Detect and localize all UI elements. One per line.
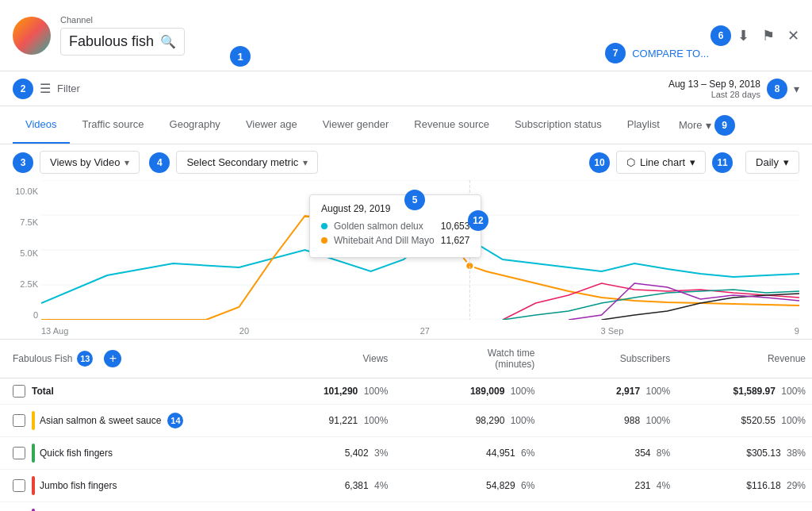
row-total-revenue: $1,589.97 100% (676, 378, 812, 405)
flag-icon[interactable]: ⚑ (762, 27, 775, 44)
primary-metric-dropdown[interactable]: Views by Video ▾ (40, 151, 140, 174)
table-header-row: Fabulous Fish 13 + Views Watch time(minu… (0, 340, 812, 378)
tab-viewer-gender[interactable]: Viewer gender (310, 106, 402, 144)
secondary-metric-label: Select Secondary metric (186, 156, 298, 168)
row-3-name: Jumbo fish fingers (0, 470, 270, 502)
annotation-1: 1 (230, 46, 251, 67)
tabs-more[interactable]: More ▾ 9 (672, 106, 741, 144)
annotation-8: 8 (767, 79, 787, 99)
x-label-4: 3 Sep (601, 326, 624, 336)
primary-metric-label: Views by Video (50, 156, 120, 168)
x-label-3: 27 (420, 326, 430, 336)
x-label-2: 20 (239, 326, 249, 336)
y-label-1: 10.0K (3, 186, 38, 196)
annotation-11: 11 (712, 152, 733, 173)
row-2-views: 5,402 3% (270, 437, 395, 470)
row-4-subs: 544 4% (541, 502, 676, 512)
primary-metric-arrow: ▾ (124, 157, 129, 168)
channel-info: Channel Fabulous fish 🔍 (60, 15, 185, 56)
y-label-2: 7.5K (3, 217, 38, 227)
tooltip-row-2: Whitebait And Dill Mayo 11,627 (321, 235, 469, 246)
annotation-5: 5 (404, 190, 425, 210)
filter-bar: 2 ☰ Filter Aug 13 – Sep 9, 2018 Last 28 … (0, 71, 812, 106)
x-label-1: 13 Aug (41, 326, 68, 336)
channel-name: Fabulous fish (69, 33, 154, 50)
tab-playlist[interactable]: Playlist (615, 106, 672, 144)
table-row-total: Total 101,290 100% 189,009 100% 2,917 10… (0, 378, 812, 405)
tabs: Videos Traffic source Geography Viewer a… (0, 106, 812, 144)
close-icon[interactable]: ✕ (787, 27, 799, 44)
annotation-12-wrapper: 12 (468, 210, 488, 231)
tooltip-dot-2 (321, 237, 327, 244)
date-range[interactable]: Aug 13 – Sep 9, 2018 Last 28 days 8 ▾ (668, 79, 799, 99)
date-dropdown-arrow[interactable]: ▾ (794, 83, 799, 95)
row-4-watch: 30,626 8% (394, 502, 541, 512)
chart-type-dropdown[interactable]: ⬡ Line chart ▾ (616, 151, 706, 174)
annotation-7: 7 (605, 43, 626, 63)
row-1-revenue: $520.55 100% (676, 405, 812, 437)
download-icon[interactable]: ⬇ (737, 27, 749, 44)
row-2-checkbox[interactable] (13, 447, 25, 459)
row-2-revenue: $305.13 38% (676, 437, 812, 470)
tooltip-label-1: Golden salmon delux (334, 221, 435, 232)
tooltip-dot-1 (321, 223, 327, 229)
header-right: 6 ⬇ ⚑ ✕ (710, 25, 799, 46)
row-total-views: 101,290 100% (270, 378, 395, 405)
channel-label: Channel (60, 15, 185, 25)
row-2-subs: 354 8% (541, 437, 676, 470)
chart-area: 10.0K 7.5K 5.0K 2.5K 0 13 Aug 20 (0, 180, 812, 339)
channel-name-row[interactable]: Fabulous fish 🔍 (60, 28, 185, 56)
table-row-3: Jumbo fish fingers 6,381 4% 54,829 6% 23… (0, 470, 812, 502)
row-2-watch: 44,951 6% (394, 437, 541, 470)
annotation-9: 9 (714, 115, 735, 136)
col-watch: Watch time(minutes) (394, 340, 541, 378)
row-total-checkbox[interactable] (13, 385, 25, 398)
annotation-5-wrapper: 5 (404, 190, 425, 210)
annotation-14: 14 (167, 413, 183, 428)
tab-geography[interactable]: Geography (157, 106, 233, 144)
chart-tooltip: August 29, 2019 Golden salmon delux 10,6… (309, 194, 481, 258)
row-3-watch: 54,829 6% (394, 470, 541, 502)
row-3-subs: 231 4% (541, 470, 676, 502)
row-1-color (32, 411, 35, 430)
row-3-checkbox[interactable] (13, 479, 25, 492)
period-dropdown[interactable]: Daily ▾ (745, 151, 799, 174)
row-2-name: Quick fish fingers (0, 437, 270, 470)
secondary-metric-dropdown[interactable]: Select Secondary metric ▾ (176, 151, 318, 174)
x-axis: 13 Aug 20 27 3 Sep 9 (41, 326, 799, 336)
row-1-checkbox[interactable] (13, 414, 25, 427)
filter-label: Filter (57, 83, 80, 94)
annotation-12: 12 (468, 210, 488, 231)
y-label-4: 2.5K (3, 279, 38, 289)
tab-revenue-source[interactable]: Revenue source (401, 106, 502, 144)
filter-icon: ☰ (40, 81, 51, 96)
search-icon[interactable]: 🔍 (160, 34, 176, 49)
row-4-name: Whitebait And Dill Mayo (0, 502, 270, 512)
annotation-2: 2 (13, 79, 33, 99)
tooltip-row-1: Golden salmon delux 10,653 (321, 221, 469, 232)
compare-button[interactable]: COMPARE TO... (632, 48, 709, 60)
tab-subscription-status[interactable]: Subscription status (502, 106, 615, 144)
row-1-watch: 98,290 100% (394, 405, 541, 437)
tab-videos[interactable]: Videos (13, 106, 70, 144)
row-total-name: Total (0, 378, 270, 405)
add-button[interactable]: + (104, 350, 121, 367)
tab-traffic-source[interactable]: Traffic source (70, 106, 157, 144)
secondary-metric-arrow: ▾ (303, 157, 308, 168)
col-name: Fabulous Fish 13 + (0, 340, 270, 378)
col-views: Views (270, 340, 395, 378)
table-row-2: Quick fish fingers 5,402 3% 44,951 6% 35… (0, 437, 812, 470)
more-label: More (679, 119, 703, 131)
tab-viewer-age[interactable]: Viewer age (233, 106, 310, 144)
table-channel-label: Fabulous Fish (13, 353, 72, 364)
col-revenue: Revenue (676, 340, 812, 378)
chart-controls: 3 Views by Video ▾ 4 Select Secondary me… (0, 144, 812, 180)
row-1-views: 91,221 100% (270, 405, 395, 437)
tooltip-value-1: 10,653 (441, 221, 470, 232)
tooltip-value-2: 11,627 (441, 235, 470, 246)
date-text: Aug 13 – Sep 9, 2018 Last 28 days (668, 79, 760, 99)
table-section: Fabulous Fish 13 + Views Watch time(minu… (0, 339, 812, 511)
filter-button[interactable]: ☰ Filter (40, 81, 80, 96)
table-row-4: Whitebait And Dill Mayo 11,627 7% 30,626… (0, 502, 812, 512)
chart-type-arrow: ▾ (690, 156, 695, 168)
